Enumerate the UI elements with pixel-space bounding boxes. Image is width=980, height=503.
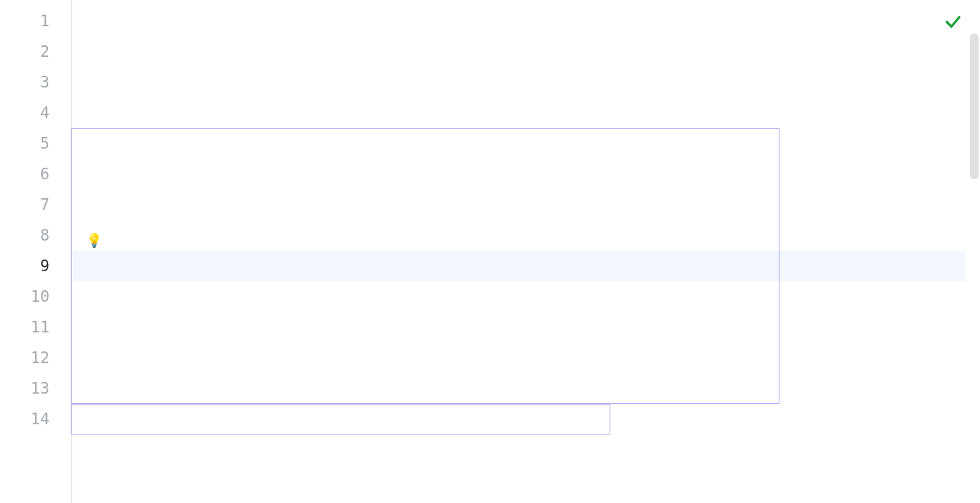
line-number: 10 [0,281,50,312]
line-number: 5 [0,128,50,159]
line-number: 8 [0,220,50,251]
intention-bulb-icon[interactable]: 💡 [86,225,102,256]
code-editor[interactable]: 1 2 3 4 5 6 7 8 9 10 11 12 13 14 💡 -- St… [0,0,980,503]
line-number: 4 [0,98,50,128]
line-number: 14 [0,404,50,434]
statement-highlight-box [71,128,779,404]
code-area[interactable]: 💡 -- Statement 0: Whole script SELECT * … [71,6,980,503]
vertical-scrollbar-thumb[interactable] [970,34,979,179]
line-number: 12 [0,343,50,373]
line-number: 13 [0,373,50,404]
line-number: 2 [0,36,50,67]
line-number: 11 [0,312,50,343]
line-number: 7 [0,190,50,220]
line-number: 1 [0,6,50,36]
code-line[interactable]: -- Statement 0: Whole script [101,496,980,503]
line-number: 9 [0,251,50,281]
line-number: 6 [0,159,50,190]
line-number: 3 [0,67,50,98]
gutter: 1 2 3 4 5 6 7 8 9 10 11 12 13 14 [0,6,71,503]
analysis-ok-checkmark-icon[interactable] [944,11,962,42]
